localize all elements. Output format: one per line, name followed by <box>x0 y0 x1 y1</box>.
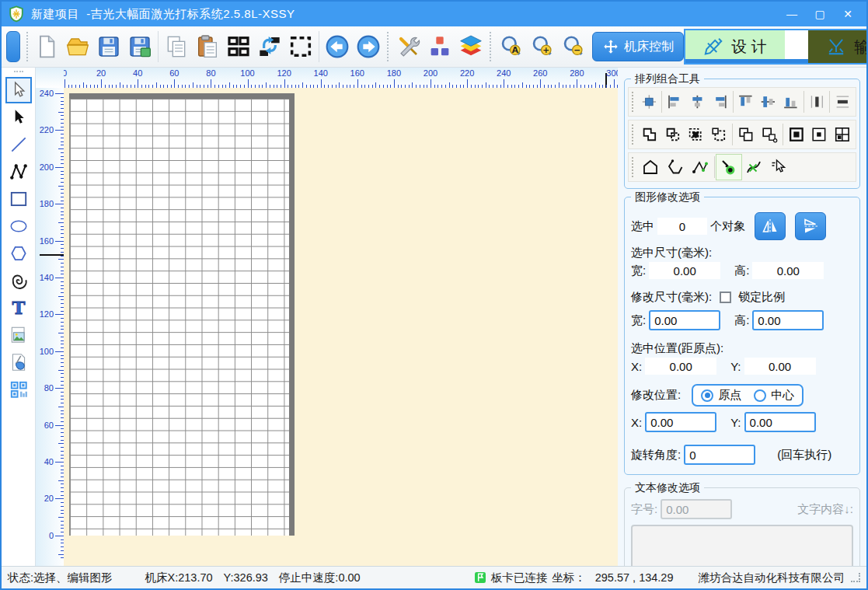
radio-origin[interactable]: 原点 <box>701 388 741 403</box>
rotate-angle-input[interactable] <box>684 445 755 465</box>
radio-center[interactable]: 中心 <box>754 388 794 403</box>
row-grip <box>632 92 635 112</box>
open-folder-button[interactable] <box>62 30 93 64</box>
colors-button[interactable] <box>424 30 455 64</box>
mirror-horizontal-button[interactable] <box>755 212 786 240</box>
v-ruler-tick <box>58 222 64 223</box>
marquee-button[interactable] <box>285 30 316 64</box>
ellipse-tool[interactable] <box>5 213 32 239</box>
h-ruler-tick <box>595 82 596 88</box>
v-ruler-label: 40 <box>44 457 54 466</box>
tools-button[interactable] <box>393 30 424 64</box>
tab-output[interactable]: 输 出 <box>808 30 868 63</box>
close-button[interactable]: ✕ <box>835 4 860 24</box>
distribute-v-button[interactable] <box>831 89 854 114</box>
resize-grip[interactable] <box>851 573 860 582</box>
back-button[interactable] <box>322 30 353 64</box>
close-curve-button[interactable] <box>638 155 663 180</box>
minimize-button[interactable]: — <box>779 4 804 24</box>
swap-button[interactable] <box>254 30 285 64</box>
ungroup-button[interactable] <box>758 122 781 147</box>
toolbar-grip <box>26 32 28 61</box>
align-center-button[interactable] <box>638 89 661 114</box>
blocks-button[interactable] <box>223 30 254 64</box>
modify-width-input[interactable] <box>649 310 720 330</box>
align-bottom-icon <box>783 93 799 111</box>
lock-ratio-checkbox[interactable] <box>720 292 731 303</box>
width-label: 宽: <box>631 264 646 278</box>
rectangle-tool[interactable] <box>5 186 32 212</box>
row-grip <box>632 157 635 177</box>
h-ruler-tick <box>302 82 303 88</box>
align-top-button[interactable] <box>734 89 757 114</box>
distribute-h-button[interactable] <box>806 89 828 114</box>
align-center-h-button[interactable] <box>686 89 709 114</box>
board-connected-icon <box>474 571 486 584</box>
modify-height-input[interactable] <box>752 310 824 330</box>
array-tool[interactable] <box>5 376 32 403</box>
open-curve-button[interactable] <box>663 155 688 180</box>
paste-button[interactable] <box>192 30 223 64</box>
copy-button[interactable] <box>161 30 192 64</box>
lock-ratio-label: 锁定比例 <box>738 290 785 305</box>
polygon-tool[interactable] <box>5 240 32 267</box>
zoom-out-button[interactable]: − <box>558 30 589 64</box>
h-ruler-tick <box>266 82 267 88</box>
spiral-tool[interactable] <box>5 267 32 294</box>
tab-design[interactable]: 设 计 <box>685 30 785 63</box>
state-value: 选择、编辑图形 <box>33 571 113 585</box>
fill-dark-button[interactable] <box>785 122 808 147</box>
select-tool[interactable] <box>5 77 32 103</box>
h-ruler-tick <box>83 82 84 88</box>
add-node-button[interactable] <box>716 155 741 180</box>
edit-nodes-button[interactable] <box>688 155 713 180</box>
state-label: 状态: <box>8 571 33 585</box>
h-ruler-tick <box>540 79 541 88</box>
polyline-tool[interactable] <box>5 159 32 185</box>
h-ruler-tick <box>357 79 358 88</box>
work-sheet-grid[interactable] <box>69 99 289 536</box>
align-middle-button[interactable] <box>757 89 779 114</box>
fill-tool[interactable] <box>5 349 32 375</box>
align-left-button[interactable] <box>664 89 686 114</box>
zoom-in-button[interactable]: + <box>527 30 558 64</box>
node-edit-tool[interactable] <box>5 104 32 131</box>
exclude-button[interactable] <box>707 122 730 147</box>
line-tool[interactable] <box>5 131 32 158</box>
weld-button[interactable] <box>638 122 661 147</box>
text-tool[interactable]: T <box>5 295 32 321</box>
group-button[interactable] <box>734 122 758 147</box>
canvas-area[interactable]: 0204060801001201401601802002202402602803… <box>36 68 618 566</box>
text-content-textarea[interactable] <box>631 525 853 566</box>
menu-button[interactable] <box>6 31 20 62</box>
image-tool[interactable] <box>5 322 32 348</box>
align-bottom-button[interactable] <box>779 89 802 114</box>
zoom-all-button[interactable]: A <box>496 30 527 64</box>
forward-button[interactable] <box>353 30 384 64</box>
workspace-view[interactable] <box>64 88 618 566</box>
svg-text:A: A <box>512 45 519 55</box>
row-separator <box>732 124 733 145</box>
h-ruler-tick <box>138 79 138 88</box>
h-ruler-tick <box>559 82 559 88</box>
layers-button[interactable] <box>455 30 486 64</box>
split-grid-button[interactable] <box>831 122 854 147</box>
swap-icon <box>257 33 282 61</box>
machine-control-button[interactable]: 机床控制 <box>592 32 684 61</box>
font-size-input[interactable] <box>661 499 732 519</box>
save-button[interactable] <box>93 30 124 64</box>
modify-y-input[interactable] <box>744 412 816 432</box>
new-file-button[interactable] <box>31 30 62 64</box>
trim-button[interactable] <box>661 122 685 147</box>
modify-x-input[interactable] <box>645 412 716 432</box>
mirror-vertical-button[interactable] <box>795 212 826 240</box>
zoom-all-icon: A <box>499 33 524 61</box>
pick-node-button[interactable] <box>766 155 791 180</box>
h-ruler-tick <box>211 79 211 88</box>
align-right-button[interactable] <box>709 89 731 114</box>
intersect-button[interactable] <box>684 122 707 147</box>
cut-curve-button[interactable] <box>741 155 766 180</box>
save-as-button[interactable] <box>124 30 155 64</box>
maximize-button[interactable]: ▢ <box>807 4 832 24</box>
fill-frame-button[interactable] <box>807 122 831 147</box>
